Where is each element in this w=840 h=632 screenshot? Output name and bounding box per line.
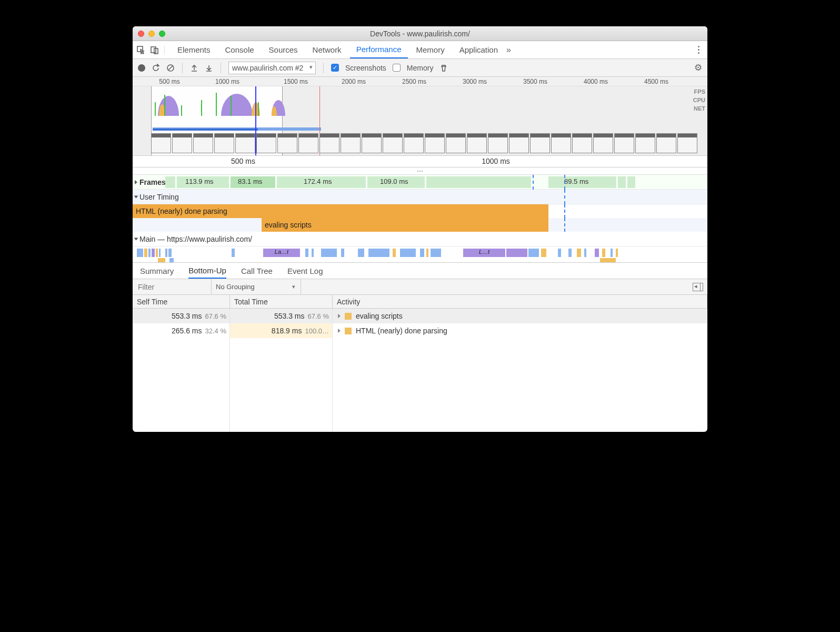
svg-rect-0 <box>137 46 143 52</box>
col-total-time[interactable]: Total Time <box>230 295 333 308</box>
record-button[interactable] <box>138 64 145 72</box>
user-timing-bar-2[interactable]: evaling scripts <box>133 218 707 232</box>
disclosure-icon[interactable] <box>134 238 138 240</box>
expand-icon[interactable] <box>338 329 341 333</box>
frames-track[interactable]: Frames 113.9 ms 83.1 ms 172.4 ms 109.0 m… <box>133 175 707 190</box>
tab-network[interactable]: Network <box>306 41 348 58</box>
settings-icon[interactable]: ⚙ <box>694 62 702 73</box>
activity-label: evaling scripts <box>356 312 403 320</box>
tab-memory[interactable]: Memory <box>410 41 451 58</box>
dtab-call-tree[interactable]: Call Tree <box>241 263 273 279</box>
memory-checkbox[interactable] <box>393 64 401 72</box>
screenshots-checkbox[interactable] <box>331 64 339 72</box>
details-table-header: Self Time Total Time Activity <box>133 295 707 309</box>
tab-performance[interactable]: Performance <box>350 41 408 58</box>
devtools-window: DevTools - www.paulirish.com/ Elements C… <box>133 26 707 432</box>
screenshot-thumbs[interactable] <box>151 133 707 154</box>
overview-ruler: 500 ms 1000 ms 1500 ms 2000 ms 2500 ms 3… <box>133 77 707 86</box>
activity-label: HTML (nearly) done parsing <box>356 327 447 335</box>
disclosure-icon[interactable] <box>134 195 138 198</box>
titlebar: DevTools - www.paulirish.com/ <box>133 26 707 41</box>
gc-icon[interactable] <box>439 64 448 72</box>
tab-console[interactable]: Console <box>219 41 261 58</box>
dtab-event-log[interactable]: Event Log <box>287 263 323 279</box>
flame-ruler[interactable]: 500 ms 1000 ms <box>133 156 707 167</box>
category-swatch <box>345 328 352 334</box>
filter-input[interactable] <box>133 279 212 294</box>
device-icon[interactable] <box>151 46 159 54</box>
user-timing-label: User Timing <box>139 193 179 201</box>
svg-rect-1 <box>151 47 156 53</box>
user-timing-track[interactable]: User Timing <box>133 190 707 204</box>
main-thread-track[interactable]: Main — https://www.paulirish.com/ <box>133 232 707 246</box>
screenshots-label: Screenshots <box>345 64 386 72</box>
table-row[interactable]: 265.6 ms32.4 % 818.9 ms100.0… HTML (near… <box>133 323 707 338</box>
expand-icon[interactable] <box>338 314 341 318</box>
tab-sources[interactable]: Sources <box>263 41 304 58</box>
dtab-bottom-up[interactable]: Bottom-Up <box>188 263 226 279</box>
tab-application[interactable]: Application <box>453 41 504 58</box>
category-swatch <box>345 313 352 320</box>
main-flame-chart[interactable]: La…t L…t <box>137 246 703 262</box>
load-profile-icon[interactable] <box>190 64 198 72</box>
table-row[interactable]: 553.3 ms67.6 % 553.3 ms67.6 % evaling sc… <box>133 309 707 323</box>
cpu-chart <box>153 90 281 116</box>
details-table-body <box>133 338 707 432</box>
user-timing-bar-1[interactable]: HTML (nearly) done parsing <box>133 204 707 218</box>
svg-line-4 <box>168 66 173 70</box>
save-profile-icon[interactable] <box>205 64 213 72</box>
details-filter-bar: No Grouping <box>133 279 707 295</box>
overview-strip[interactable]: 500 ms 1000 ms 1500 ms 2000 ms 2500 ms 3… <box>133 77 707 156</box>
overview-labels: FPS CPU NET <box>693 87 705 113</box>
toggle-sidebar-icon[interactable] <box>693 283 703 291</box>
reload-icon[interactable] <box>152 64 160 72</box>
tab-elements[interactable]: Elements <box>171 41 217 58</box>
panel-tabs: Elements Console Sources Network Perform… <box>133 41 707 59</box>
details-tabs: Summary Bottom-Up Call Tree Event Log <box>133 262 707 279</box>
disclosure-icon[interactable] <box>135 180 137 184</box>
perf-toolbar: www.paulirish.com #2 Screenshots Memory … <box>133 59 707 77</box>
main-thread-label: Main — https://www.paulirish.com/ <box>139 235 252 243</box>
more-menu-icon[interactable] <box>694 46 703 54</box>
collapsed-row-indicator[interactable]: ⋯ <box>133 167 707 175</box>
grouping-select[interactable]: No Grouping <box>212 279 301 294</box>
dtab-summary[interactable]: Summary <box>140 263 174 279</box>
net-chart <box>153 127 326 132</box>
frames-label: Frames <box>139 178 166 186</box>
col-self-time[interactable]: Self Time <box>133 295 230 308</box>
memory-label: Memory <box>407 64 434 72</box>
col-activity[interactable]: Activity <box>333 295 707 308</box>
overview-body[interactable]: FPS CPU NET <box>133 86 707 155</box>
window-title: DevTools - www.paulirish.com/ <box>133 29 707 38</box>
inspect-icon[interactable] <box>137 46 145 54</box>
clear-icon[interactable] <box>166 64 175 72</box>
profile-select[interactable]: www.paulirish.com #2 <box>228 62 316 74</box>
tabs-overflow-icon[interactable]: » <box>506 45 511 55</box>
